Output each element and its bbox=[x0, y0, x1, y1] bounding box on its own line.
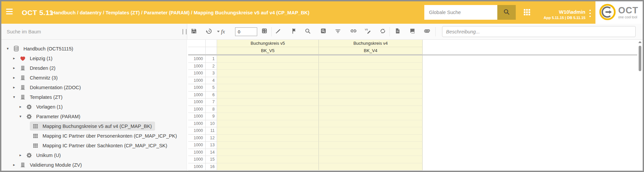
tree-item[interactable]: ▸Dokumentation (ZDOC) bbox=[1, 82, 187, 92]
row-value-header[interactable]: 1000 bbox=[188, 106, 206, 113]
grid-cell[interactable] bbox=[319, 55, 423, 63]
tree-item-body[interactable]: Validierung Module (ZV) bbox=[17, 160, 85, 169]
grid-cell[interactable] bbox=[217, 163, 319, 171]
grid-cell[interactable] bbox=[217, 106, 319, 113]
link-button[interactable] bbox=[349, 27, 358, 36]
tree-item[interactable]: ▾Parameter (PARAM) bbox=[1, 112, 187, 121]
row-number-header[interactable]: 6 bbox=[206, 92, 217, 99]
tree-item-body[interactable]: Leipzig (1) bbox=[17, 54, 56, 63]
column-caption-cell[interactable]: Buchungskreis v5 bbox=[217, 40, 319, 47]
tree-search-input[interactable] bbox=[1, 24, 187, 39]
find-in-cells-button[interactable] bbox=[319, 27, 328, 36]
row-value-header[interactable]: 1000 bbox=[188, 92, 206, 99]
row-number-header[interactable]: 12 bbox=[206, 135, 217, 142]
kebab-menu-icon[interactable] bbox=[588, 10, 592, 17]
row-number-header[interactable]: 10 bbox=[206, 120, 217, 128]
tree-item[interactable]: ▾Handbuch (OCT51115) bbox=[1, 44, 187, 53]
column-field-cell[interactable]: BK_V5 bbox=[217, 47, 319, 54]
chevron-expanded-icon[interactable]: ▾ bbox=[11, 95, 17, 99]
row-number-header[interactable]: 7 bbox=[206, 99, 217, 106]
calculator-button[interactable] bbox=[260, 27, 269, 36]
grid-cell[interactable] bbox=[217, 70, 319, 77]
grid-cell[interactable] bbox=[217, 120, 319, 128]
scroll-up-icon[interactable] bbox=[638, 41, 642, 43]
scrollbar-thumb[interactable] bbox=[639, 46, 641, 71]
grid-cell[interactable] bbox=[319, 149, 423, 156]
grid-cell[interactable] bbox=[217, 156, 319, 163]
grid-cell[interactable] bbox=[319, 63, 423, 70]
grid-cell[interactable] bbox=[319, 135, 423, 142]
tree-item-body[interactable]: Unikum (U) bbox=[23, 151, 64, 160]
description-input[interactable] bbox=[442, 26, 636, 37]
chevron-collapsed-icon[interactable]: ▸ bbox=[11, 75, 17, 80]
row-value-header[interactable]: 1000 bbox=[188, 156, 206, 163]
compare-versions-button[interactable]: vs bbox=[364, 27, 372, 36]
format-brush-button[interactable] bbox=[274, 27, 283, 36]
row-number-header[interactable]: 13 bbox=[206, 142, 217, 149]
row-value-header[interactable]: 1000 bbox=[188, 99, 206, 106]
row-value-header[interactable]: 1000 bbox=[188, 84, 206, 92]
grid-cell[interactable] bbox=[217, 55, 319, 63]
chevron-collapsed-icon[interactable]: ▸ bbox=[11, 85, 17, 90]
grid-cell[interactable] bbox=[319, 77, 423, 84]
grid-cell[interactable] bbox=[217, 63, 319, 70]
grid-cell[interactable] bbox=[217, 77, 319, 84]
chevron-collapsed-icon[interactable]: ▸ bbox=[11, 66, 17, 70]
grid-cell[interactable] bbox=[319, 106, 423, 113]
formula-dropdown-button[interactable]: fx bbox=[217, 29, 225, 35]
column-field-cell[interactable]: BK_V4 bbox=[319, 47, 423, 54]
grid-cell[interactable] bbox=[217, 99, 319, 106]
row-value-header[interactable]: 1000 bbox=[188, 70, 206, 77]
tree-item-body[interactable]: Dokumentation (ZDOC) bbox=[17, 83, 84, 92]
chevron-collapsed-icon[interactable]: ▸ bbox=[17, 153, 23, 157]
grid-cell[interactable] bbox=[319, 156, 423, 163]
hamburger-menu-icon[interactable] bbox=[6, 9, 13, 14]
tree-item-body[interactable]: Handbuch (OCT51115) bbox=[11, 44, 77, 53]
grid-cell[interactable] bbox=[319, 99, 423, 106]
row-count-input[interactable] bbox=[235, 27, 257, 36]
tree-item-body[interactable]: Dresden (2) bbox=[17, 63, 59, 72]
row-number-header[interactable]: 2 bbox=[206, 63, 217, 70]
refresh-button[interactable] bbox=[378, 27, 387, 36]
tree-item[interactable]: ▸Validierung Module (ZV) bbox=[1, 160, 187, 170]
grid-cell[interactable] bbox=[319, 92, 423, 99]
tree-item-body[interactable]: Mapping IC Partner über Personenkonten (… bbox=[30, 131, 180, 140]
row-value-header[interactable]: 1000 bbox=[188, 120, 206, 128]
row-number-header[interactable]: 1 bbox=[206, 55, 217, 63]
global-search-input[interactable] bbox=[424, 5, 497, 20]
tree-item-body[interactable]: Templates (ZT) bbox=[17, 93, 66, 102]
chevron-collapsed-icon[interactable]: ▸ bbox=[17, 105, 23, 109]
tree-item-body[interactable]: Vorlagen (1) bbox=[23, 102, 66, 111]
apps-grid-icon[interactable] bbox=[524, 9, 530, 16]
grid-cell[interactable] bbox=[217, 92, 319, 99]
tree-item-body[interactable]: Mapping IC Partner über Sachkonten (CP_M… bbox=[30, 141, 170, 150]
row-value-header[interactable]: 1000 bbox=[188, 113, 206, 120]
attachment-button[interactable] bbox=[423, 27, 431, 36]
grid-cell[interactable] bbox=[217, 149, 319, 156]
grid-cell[interactable] bbox=[217, 84, 319, 92]
chevron-expanded-icon[interactable]: ▾ bbox=[5, 46, 11, 51]
tree-item[interactable]: ▸Unikum (U) bbox=[1, 150, 187, 160]
row-value-header[interactable]: 1000 bbox=[188, 142, 206, 149]
row-number-header[interactable]: 14 bbox=[206, 149, 217, 156]
row-number-header[interactable]: 9 bbox=[206, 113, 217, 120]
grid-cell[interactable] bbox=[319, 113, 423, 120]
grid-cell[interactable] bbox=[319, 163, 423, 171]
row-value-header[interactable]: 1000 bbox=[188, 163, 206, 171]
chevron-collapsed-icon[interactable]: ▸ bbox=[11, 56, 17, 60]
chevron-collapsed-icon[interactable]: ▸ bbox=[11, 163, 17, 167]
grid-cell[interactable] bbox=[319, 142, 423, 149]
tree-item-selected[interactable]: Mapping Buchungskreise v5 auf v4 (CP_MAP… bbox=[30, 122, 155, 131]
tree-item[interactable]: ▸Chemnitz (3) bbox=[1, 73, 187, 82]
grid-cell[interactable] bbox=[319, 70, 423, 77]
row-number-header[interactable]: 16 bbox=[206, 163, 217, 171]
chevron-expanded-icon[interactable]: ▾ bbox=[17, 114, 23, 119]
row-value-header[interactable]: 1000 bbox=[188, 77, 206, 84]
global-search-button[interactable] bbox=[497, 5, 516, 20]
row-value-header[interactable]: 1000 bbox=[188, 135, 206, 142]
tree-item[interactable]: ▸Leipzig (1) bbox=[1, 53, 187, 63]
row-number-header[interactable]: 5 bbox=[206, 84, 217, 92]
grid-search-button[interactable] bbox=[303, 27, 312, 36]
grid-cell[interactable] bbox=[217, 135, 319, 142]
row-number-header[interactable]: 15 bbox=[206, 156, 217, 163]
